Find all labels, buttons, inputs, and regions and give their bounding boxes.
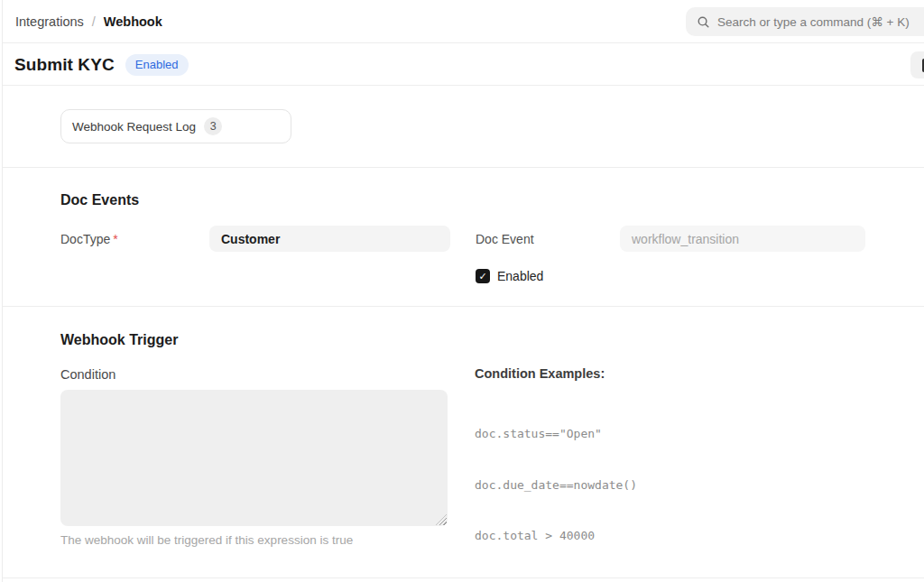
example-line: doc.due_date==nowdate() (475, 477, 637, 494)
header-bar: Integrations / Webhook Search or type a … (3, 0, 924, 43)
request-log-label: Webhook Request Log (72, 120, 196, 134)
breadcrumb-webhook[interactable]: Webhook (104, 14, 162, 29)
status-badge: Enabled (125, 54, 189, 76)
example-line: doc.total > 40000 (475, 528, 637, 545)
command-search-bar[interactable]: Search or type a command (⌘ + K) (686, 7, 924, 36)
breadcrumb-separator: / (92, 14, 96, 29)
webhook-form-page: Integrations / Webhook Search or type a … (0, 0, 924, 582)
doc-events-heading: Doc Events (60, 192, 139, 208)
checkbox-check-icon: ✓ (478, 272, 486, 282)
partially-visible-button[interactable] (910, 51, 924, 79)
request-log-count-badge: 3 (204, 117, 222, 135)
enabled-checkbox-label: Enabled (497, 269, 543, 283)
doc-events-section: Doc Events DocType* Customer Doc Event w… (3, 168, 924, 307)
example-line: doc.status=="Open" (475, 426, 637, 443)
doctype-label-text: DocType (60, 232, 110, 246)
condition-examples-heading: Condition Examples: (475, 366, 605, 381)
breadcrumb: Integrations / Webhook (15, 0, 162, 43)
doc-event-input[interactable]: workflow_transition (620, 226, 865, 252)
doc-event-label: Doc Event (476, 232, 534, 246)
breadcrumb-integrations[interactable]: Integrations (15, 14, 84, 29)
webhook-trigger-section: Webhook Trigger Condition Condition Exam… (3, 307, 924, 578)
doc-event-label-text: Doc Event (476, 232, 534, 246)
connections-section: Webhook Request Log 3 (3, 86, 924, 168)
doctype-input[interactable]: Customer (209, 226, 450, 252)
required-marker: * (113, 232, 117, 246)
doctype-value: Customer (221, 232, 280, 246)
doc-event-value: workflow_transition (632, 232, 739, 246)
webhook-request-log-link[interactable]: Webhook Request Log 3 (60, 109, 291, 143)
doctype-label: DocType* (60, 232, 118, 246)
title-bar: Submit KYC Enabled (3, 43, 924, 86)
webhook-trigger-heading: Webhook Trigger (60, 332, 178, 348)
page-title: Submit KYC (14, 55, 115, 75)
enabled-checkbox-row: ✓ Enabled (476, 269, 543, 283)
condition-label: Condition (60, 367, 116, 382)
search-icon (697, 15, 710, 29)
condition-help-text: The webhook will be triggered if this ex… (60, 533, 353, 547)
condition-example-lines: doc.status=="Open" doc.due_date==nowdate… (475, 393, 637, 578)
condition-textarea[interactable] (60, 390, 448, 526)
enabled-checkbox[interactable]: ✓ (476, 269, 490, 283)
search-placeholder: Search or type a command (⌘ + K) (717, 14, 910, 29)
